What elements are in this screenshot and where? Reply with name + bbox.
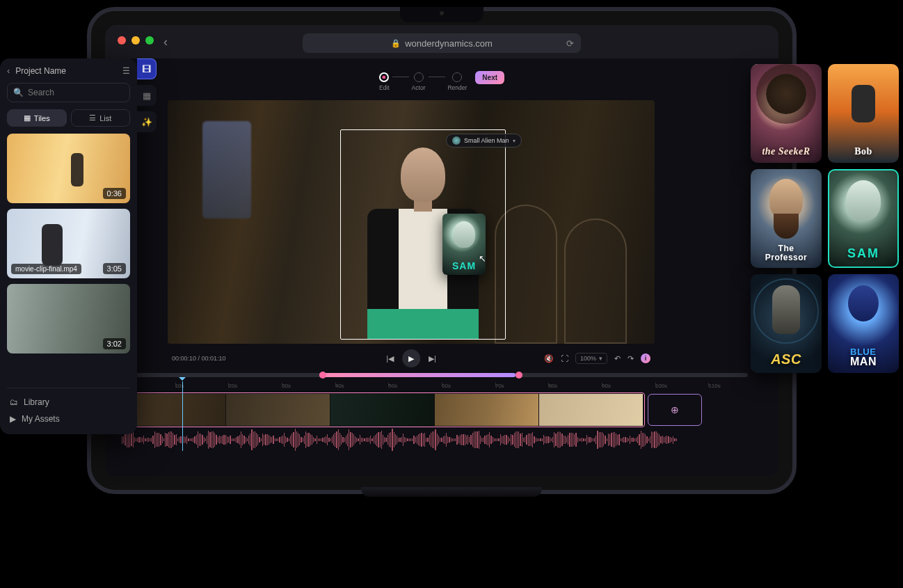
zoom-select[interactable]: 100%▾ [575, 353, 607, 364]
character-card-professor[interactable]: TheProfessor [751, 169, 822, 268]
character-avatar-icon [452, 136, 461, 145]
cursor-icon: ↖ [479, 253, 486, 264]
character-card-blueman[interactable]: BLUEMAN [828, 274, 899, 373]
search-icon: 🔍 [13, 88, 24, 97]
browser-window: ‹ 🔒 wonderdynamics.com ⟳ 👤 👥 Edit Actor [105, 25, 778, 476]
character-chip[interactable]: Small Alien Man ▾ [446, 134, 522, 148]
panel-tab-effects[interactable]: ✨ [137, 111, 157, 132]
mute-icon[interactable]: 🔇 [544, 354, 554, 363]
time-display: 00:00:10 / 00:01:10 [172, 355, 226, 362]
lock-icon: 🔒 [391, 39, 401, 48]
range-slider[interactable] [136, 373, 748, 377]
info-icon[interactable]: i [641, 353, 650, 363]
chevron-down-icon: ▾ [513, 138, 516, 144]
clip-item[interactable]: 3:02 [7, 284, 130, 353]
address-bar[interactable]: 🔒 wonderdynamics.com ⟳ [303, 33, 581, 53]
clip-item[interactable]: 0:36 [7, 134, 130, 203]
minimize-icon[interactable] [131, 36, 140, 45]
chevron-down-icon: ▾ [599, 355, 602, 362]
play-button[interactable]: ▶ [402, 349, 420, 367]
next-button[interactable]: Next [475, 71, 504, 84]
playback-bar: 00:00:10 / 00:01:10 |◀ ▶ ▶| 🔇 ⛶ 100%▾ ↶ … [168, 348, 655, 369]
panel-tab-media[interactable]: 🎞 [137, 58, 157, 79]
character-drop-card[interactable]: SAM [442, 214, 486, 275]
window-controls[interactable] [118, 36, 154, 45]
view-list-button[interactable]: ☰ List [71, 109, 131, 127]
video-preview[interactable]: Small Alien Man ▾ SAM ↖ [168, 100, 655, 344]
character-card-bob[interactable]: Bob [828, 64, 899, 163]
step-actor[interactable]: Actor [412, 72, 426, 91]
close-icon[interactable] [118, 36, 126, 45]
timeline-frame[interactable] [330, 394, 435, 426]
character-card-seeker[interactable]: the SeekeR [751, 64, 822, 163]
macbook-base [361, 487, 542, 497]
panel-tab-layers[interactable]: ▦ [137, 85, 157, 106]
step-edit[interactable]: Edit [379, 72, 390, 91]
menu-icon[interactable]: ☰ [122, 66, 130, 76]
library-icon: 🗂 [10, 397, 18, 407]
character-card-sam[interactable]: SAM [828, 169, 899, 268]
clip-duration: 3:02 [103, 338, 126, 349]
nav-back-button[interactable]: ‹ [163, 35, 168, 49]
redo-button[interactable]: ↷ [628, 354, 634, 363]
undo-button[interactable]: ↶ [614, 354, 621, 363]
clip-duration: 0:36 [103, 188, 126, 199]
search-field[interactable] [28, 88, 124, 97]
app-root: 👤 👥 Edit Actor Render Next [105, 58, 778, 476]
character-card-asc[interactable]: ASC [751, 274, 822, 373]
tiles-icon: ▦ [24, 113, 31, 122]
url-host: wonderdynamics.com [405, 38, 493, 49]
maximize-icon[interactable] [145, 36, 154, 45]
list-icon: ☰ [89, 113, 96, 122]
fullscreen-icon[interactable]: ⛶ [561, 354, 568, 363]
character-chip-label: Small Alien Man [464, 137, 509, 144]
next-frame-button[interactable]: ▶| [429, 354, 436, 363]
timeline-frame[interactable] [122, 394, 226, 426]
search-input[interactable]: 🔍 [7, 83, 130, 102]
assets-icon: ▶ [10, 414, 16, 424]
workflow-stepper: Edit Actor Render Next [379, 71, 504, 93]
timeline-frame[interactable] [226, 394, 330, 426]
audio-waveform [122, 429, 678, 451]
step-render[interactable]: Render [447, 72, 467, 91]
character-gallery: the SeekeR Bob TheProfessor SAM ASC BLUE… [751, 64, 899, 373]
my-assets-link[interactable]: ▶ My Assets [8, 411, 129, 427]
library-link[interactable]: 🗂 Library [8, 394, 129, 411]
reload-icon[interactable]: ⟳ [566, 38, 574, 49]
project-name: Project Name [15, 66, 66, 76]
clip-thumbnails[interactable] [122, 394, 644, 426]
add-clip-button[interactable]: ⊕ [648, 394, 702, 426]
timeline[interactable]: 0s10s20s30s40s50s60s70s80s90s100s110s ⊕ [122, 373, 762, 476]
timeline-frame[interactable] [539, 394, 644, 426]
time-ruler[interactable]: 0s10s20s30s40s50s60s70s80s90s100s110s [122, 383, 762, 392]
clip-item[interactable]: movie-clip-final.mp4 3:05 [7, 209, 130, 278]
playhead[interactable] [182, 381, 183, 451]
timeline-frame[interactable] [435, 394, 539, 426]
notch [400, 7, 484, 22]
view-tiles-button[interactable]: ▦ Tiles [7, 109, 67, 127]
project-panel: 🎞 ▦ ✨ ‹ Project Name ☰ 🔍 ▦ Tiles ☰ List … [0, 58, 137, 434]
back-icon[interactable]: ‹ [7, 65, 10, 76]
clip-duration: 3:05 [103, 263, 126, 274]
macbook-frame: ‹ 🔒 wonderdynamics.com ⟳ 👤 👥 Edit Actor [87, 7, 797, 494]
clip-filename: movie-clip-final.mp4 [11, 264, 81, 274]
prev-frame-button[interactable]: |◀ [386, 354, 394, 363]
